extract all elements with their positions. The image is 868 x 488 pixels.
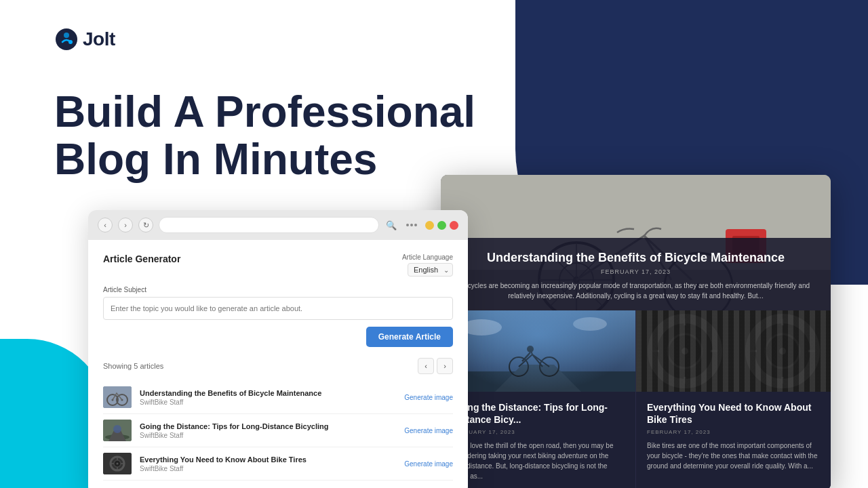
svg-point-43 xyxy=(668,334,702,368)
blog-card-body-2: Everything You Need to Know About Bike T… xyxy=(636,392,831,481)
blog-hero-title: Understanding the Benefits of Bicycle Ma… xyxy=(460,250,812,266)
address-bar[interactable] xyxy=(159,217,379,233)
subject-label: Article Subject xyxy=(103,286,453,293)
language-section: Article Language English xyxy=(402,253,453,277)
article-thumbnail-1 xyxy=(103,386,132,408)
prev-page-button[interactable]: ‹ xyxy=(418,358,434,374)
language-dropdown[interactable]: English xyxy=(408,263,453,277)
close-button[interactable] xyxy=(450,221,458,230)
svg-point-44 xyxy=(682,348,688,354)
article-row: Going the Distance: Tips for Long-Distan… xyxy=(103,414,453,447)
logo-icon xyxy=(54,27,79,52)
subject-input[interactable] xyxy=(103,297,453,320)
blog-card-date-2: February 17, 2023 xyxy=(647,429,820,435)
svg-point-42 xyxy=(652,319,717,384)
menu-dot xyxy=(414,224,417,226)
article-row: Everything You Need to Know About Bike T… xyxy=(103,447,453,481)
blog-card-image-1 xyxy=(441,310,635,392)
generate-image-button-3[interactable]: Generate image xyxy=(404,460,453,468)
menu-dot xyxy=(410,224,413,226)
panel-header: Article Generator Article Language Engli… xyxy=(103,253,453,277)
article-row: Understanding the Benefits of Bicycle Ma… xyxy=(103,381,453,414)
blog-card-title-2: Everything You Need to Know About Bike T… xyxy=(647,401,820,426)
svg-point-14 xyxy=(117,463,119,465)
article-author-1: SwiftBike Staff xyxy=(140,399,396,406)
article-info-3: Everything You Need to Know About Bike T… xyxy=(140,455,396,472)
svg-point-39 xyxy=(527,346,534,352)
hero-headline: Build A Professional Blog In Minutes xyxy=(54,88,475,184)
generate-image-button-1[interactable]: Generate image xyxy=(404,394,453,401)
svg-point-37 xyxy=(509,357,528,376)
blog-card-1: Going the Distance: Tips for Long-Distan… xyxy=(441,310,635,488)
svg-rect-40 xyxy=(636,310,831,392)
svg-point-1 xyxy=(64,33,69,38)
article-info-2: Going the Distance: Tips for Long-Distan… xyxy=(140,422,396,439)
svg-point-51 xyxy=(779,348,786,354)
generate-image-button-2[interactable]: Generate image xyxy=(404,427,453,434)
search-icon: 🔍 xyxy=(384,218,398,232)
headline-line1: Build A Professional xyxy=(54,87,475,136)
svg-rect-36 xyxy=(441,371,635,392)
article-title-2: Going the Distance: Tips for Long-Distan… xyxy=(140,422,396,431)
svg-rect-41 xyxy=(636,310,831,392)
svg-rect-33 xyxy=(441,310,635,392)
svg-rect-32 xyxy=(441,310,635,392)
blog-card-date-1: February 17, 2023 xyxy=(452,429,625,435)
maximize-button[interactable] xyxy=(437,221,446,230)
logo: Jolt xyxy=(54,27,115,52)
svg-point-38 xyxy=(540,357,559,376)
nav-reload-button[interactable]: ↻ xyxy=(138,218,153,232)
svg-point-50 xyxy=(766,334,800,368)
next-page-button[interactable]: › xyxy=(437,358,453,374)
traffic-lights xyxy=(425,221,458,230)
blog-hero-image: Understanding the Benefits of Bicycle Ma… xyxy=(441,175,831,310)
blog-card-excerpt-1: If you love the thrill of the open road,… xyxy=(452,441,625,481)
blog-hero-overlay: Understanding the Benefits of Bicycle Ma… xyxy=(441,238,831,310)
article-thumbnail-2 xyxy=(103,420,132,441)
svg-point-35 xyxy=(573,317,607,331)
blog-card-2: Everything You Need to Know About Bike T… xyxy=(635,310,831,488)
generate-article-button[interactable]: Generate Article xyxy=(366,327,453,347)
nav-forward-button[interactable]: › xyxy=(118,218,133,232)
panel-title: Article Generator xyxy=(103,253,180,264)
blog-card-title-1: Going the Distance: Tips for Long-Distan… xyxy=(452,401,625,426)
language-selector[interactable]: English xyxy=(408,263,453,277)
headline-line2: Blog In Minutes xyxy=(54,135,377,184)
articles-header: Showing 5 articles ‹ › xyxy=(103,358,453,374)
blog-card-body-1: Going the Distance: Tips for Long-Distan… xyxy=(441,392,635,488)
language-label: Article Language xyxy=(402,253,453,261)
article-author-3: SwiftBike Staff xyxy=(140,465,396,472)
blog-card-excerpt-2: Bike tires are one of the most important… xyxy=(647,441,820,471)
svg-point-49 xyxy=(750,319,815,384)
article-thumbnail-3 xyxy=(103,453,132,474)
article-generator-browser: ‹ › ↻ 🔍 Article Generator Article Langua… xyxy=(88,210,468,488)
menu-dot xyxy=(406,224,409,226)
browser-toolbar-left: ‹ › ↻ 🔍 xyxy=(88,210,468,240)
minimize-button[interactable] xyxy=(425,221,434,230)
article-title-3: Everything You Need to Know About Bike T… xyxy=(140,455,396,464)
blog-cards-row: Going the Distance: Tips for Long-Distan… xyxy=(441,310,831,488)
pagination-controls: ‹ › xyxy=(418,358,453,374)
articles-count: Showing 5 articles xyxy=(103,362,163,370)
article-generator-panel: Article Generator Article Language Engli… xyxy=(88,240,468,488)
browser-menu[interactable] xyxy=(406,224,417,226)
article-info-1: Understanding the Benefits of Bicycle Ma… xyxy=(140,388,396,405)
blog-hero-excerpt: Bicycles are becoming an increasingly po… xyxy=(460,281,812,301)
blog-card-image-2 xyxy=(636,310,831,392)
svg-point-2 xyxy=(68,40,73,44)
blog-hero-date: February 17, 2023 xyxy=(460,268,812,275)
nav-back-button[interactable]: ‹ xyxy=(98,218,113,232)
article-title-1: Understanding the Benefits of Bicycle Ma… xyxy=(140,388,396,398)
svg-point-10 xyxy=(113,425,121,433)
article-author-2: SwiftBike Staff xyxy=(140,432,396,439)
brand-name: Jolt xyxy=(83,28,115,50)
blog-preview-browser: Understanding the Benefits of Bicycle Ma… xyxy=(441,175,831,488)
